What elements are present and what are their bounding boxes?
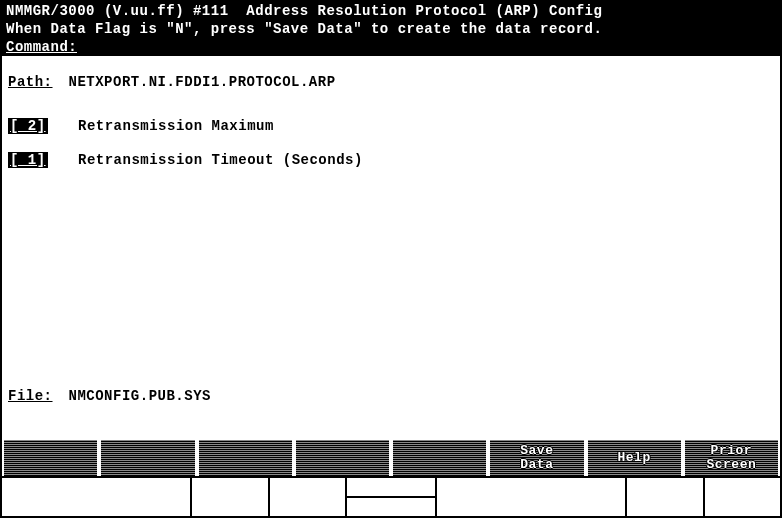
function-key-row: SaveData Help PriorScreen	[2, 440, 780, 476]
fnkey-f1[interactable]	[4, 440, 97, 476]
retrans-timeout-label: Retransmission Timeout (Seconds)	[78, 152, 363, 168]
fnkey-f6-save-data[interactable]: SaveData	[490, 440, 583, 476]
status-cell-1	[2, 478, 192, 516]
field-retrans-max: [ 2] Retransmission Maximum	[8, 118, 774, 134]
status-cell-2	[192, 478, 269, 516]
path-label: Path:	[8, 74, 53, 90]
retrans-max-label: Retransmission Maximum	[78, 118, 274, 134]
fnkey-f7-help[interactable]: Help	[588, 440, 681, 476]
file-row: File: NMCONFIG.PUB.SYS	[8, 388, 774, 404]
hint-bar: When Data Flag is "N", press "Save Data"…	[2, 20, 780, 38]
status-cell-4-top	[347, 478, 435, 498]
path-value: NETXPORT.NI.FDDI1.PROTOCOL.ARP	[69, 74, 336, 90]
fnkey-f4[interactable]	[296, 440, 389, 476]
fnkey-f2[interactable]	[101, 440, 194, 476]
terminal-screen: NMMGR/3000 (V.uu.ff) #111 Address Resolu…	[0, 0, 782, 518]
file-value: NMCONFIG.PUB.SYS	[69, 388, 211, 404]
command-bar: Command:	[2, 38, 780, 56]
retrans-timeout-input[interactable]: [ 1]	[8, 152, 48, 168]
file-label: File:	[8, 388, 53, 404]
retrans-max-input[interactable]: [ 2]	[8, 118, 48, 134]
fnkey-f5[interactable]	[393, 440, 486, 476]
command-input[interactable]	[77, 38, 776, 56]
path-row: Path: NETXPORT.NI.FDDI1.PROTOCOL.ARP	[8, 74, 774, 90]
content-area: Path: NETXPORT.NI.FDDI1.PROTOCOL.ARP [ 2…	[2, 56, 780, 440]
status-cell-7	[705, 478, 780, 516]
status-cell-5	[437, 478, 627, 516]
title-bar: NMMGR/3000 (V.uu.ff) #111 Address Resolu…	[2, 2, 780, 20]
fnkey-f8-prior-screen[interactable]: PriorScreen	[685, 440, 778, 476]
status-cell-6	[627, 478, 704, 516]
field-retrans-timeout: [ 1] Retransmission Timeout (Seconds)	[8, 152, 774, 168]
status-cell-4	[347, 478, 437, 516]
status-cell-4-bottom	[347, 498, 435, 516]
screen-title: NMMGR/3000 (V.uu.ff) #111 Address Resolu…	[6, 2, 678, 20]
command-label: Command:	[6, 38, 77, 56]
status-row	[2, 476, 780, 516]
data-flag: Data: N	[678, 2, 776, 20]
status-cell-3	[270, 478, 347, 516]
fnkey-f3[interactable]	[199, 440, 292, 476]
